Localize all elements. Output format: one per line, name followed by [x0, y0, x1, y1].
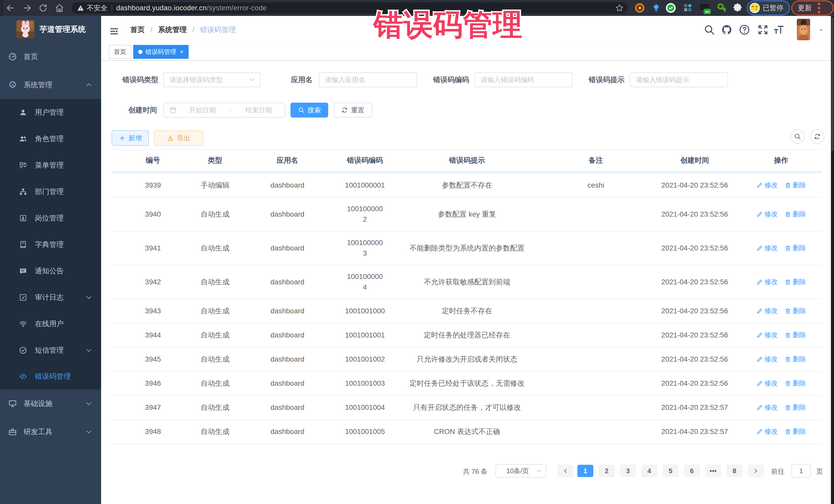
- table-search-toggle-button[interactable]: [790, 129, 805, 144]
- delete-link[interactable]: 删除: [785, 180, 806, 190]
- column-header-1[interactable]: 编号: [112, 155, 194, 166]
- delete-link[interactable]: 删除: [785, 306, 806, 316]
- pagination-ellipsis[interactable]: •••: [705, 465, 721, 477]
- extension-green-circle-icon[interactable]: [666, 3, 676, 13]
- edit-link[interactable]: 修改: [756, 306, 778, 316]
- column-header-7[interactable]: 创建时间: [649, 155, 741, 166]
- tag-home[interactable]: 首页: [109, 45, 131, 59]
- extension-list-on-icon[interactable]: on: [700, 3, 710, 13]
- delete-link[interactable]: 删除: [785, 277, 806, 287]
- sidebar-item-12[interactable]: 短信管理: [0, 337, 101, 364]
- delete-link[interactable]: 删除: [785, 354, 806, 364]
- pagination-page-6[interactable]: 6: [684, 465, 700, 477]
- browser-forward-button[interactable]: [23, 3, 32, 13]
- browser-scrollbar[interactable]: [831, 16, 834, 504]
- pagination-page-4[interactable]: 4: [641, 465, 657, 477]
- sidebar-item-9[interactable]: 通知公告: [0, 258, 101, 284]
- font-size-icon[interactable]: [773, 24, 785, 36]
- delete-link[interactable]: 删除: [785, 427, 806, 437]
- filter-date-range-picker[interactable]: 开始日期 - 结束日期: [163, 103, 285, 117]
- pagination-page-3[interactable]: 3: [620, 465, 636, 477]
- sidebar-item-5[interactable]: 菜单管理: [0, 152, 101, 178]
- edit-link[interactable]: 修改: [756, 427, 778, 437]
- breadcrumb-home[interactable]: 首页: [130, 25, 145, 35]
- breadcrumb-system[interactable]: 系统管理: [158, 25, 187, 35]
- sidebar-item-14[interactable]: 基础设施: [0, 390, 101, 418]
- github-icon[interactable]: [721, 24, 733, 36]
- edit-link[interactable]: 修改: [756, 354, 778, 364]
- pagination-next-button[interactable]: [748, 465, 764, 477]
- reset-button[interactable]: 重置: [334, 103, 372, 117]
- cell-time: 2021-04-20 23:52:56: [649, 354, 741, 365]
- sidebar-item-1[interactable]: 首页: [0, 43, 101, 71]
- pagination-page-5[interactable]: 5: [663, 465, 679, 477]
- sidebar-toggle-hamburger-icon[interactable]: [109, 27, 119, 36]
- column-header-6[interactable]: 备注: [543, 155, 649, 166]
- delete-link[interactable]: 删除: [785, 403, 806, 412]
- filter-type-select[interactable]: 请选择错误码类型: [163, 72, 261, 87]
- edit-link[interactable]: 修改: [756, 180, 778, 190]
- pagination-prev-button[interactable]: [557, 465, 573, 477]
- address-bar[interactable]: 不安全 dashboard.yudao.iocoder.cn/system/er…: [71, 2, 628, 14]
- sidebar-item-6[interactable]: 部门管理: [0, 178, 101, 205]
- table-refresh-button[interactable]: [810, 129, 825, 144]
- browser-reload-button[interactable]: [39, 3, 48, 13]
- sidebar-item-8[interactable]: 字典管理: [0, 231, 101, 258]
- sidebar-item-7[interactable]: 岗位管理: [0, 205, 101, 231]
- fullscreen-icon[interactable]: [757, 24, 769, 36]
- column-header-8[interactable]: 操作: [741, 155, 822, 166]
- edit-link[interactable]: 修改: [756, 277, 778, 287]
- column-header-3[interactable]: 应用名: [236, 155, 339, 166]
- sidebar-item-10[interactable]: 审计日志: [0, 284, 101, 310]
- cell-msg: 参数配置不存在: [391, 180, 543, 191]
- column-header-4[interactable]: 错误码编码: [339, 155, 391, 166]
- sidebar-item-11[interactable]: 在线用户: [0, 310, 101, 337]
- browser-menu-kebab-icon[interactable]: [818, 3, 820, 13]
- scrollbar-thumb[interactable]: [831, 18, 833, 151]
- edit-link[interactable]: 修改: [756, 243, 778, 253]
- extension-grid-icon[interactable]: [683, 3, 693, 13]
- filter-code-input[interactable]: 请输入错误码编码: [475, 72, 573, 87]
- extension-diamond-icon[interactable]: [651, 3, 661, 13]
- sidebar-item-3[interactable]: 用户管理: [0, 99, 101, 126]
- bookmark-star-icon[interactable]: [615, 3, 623, 12]
- pagination-page-8[interactable]: 8: [726, 465, 742, 477]
- help-question-icon[interactable]: [739, 24, 750, 36]
- edit-link[interactable]: 修改: [756, 403, 778, 412]
- tag-error-code[interactable]: 错误码管理 ×: [133, 45, 189, 59]
- browser-update-button[interactable]: 更新: [791, 1, 833, 15]
- pagination-goto-input[interactable]: 1: [791, 464, 811, 478]
- delete-link[interactable]: 删除: [785, 210, 806, 219]
- header-search-icon[interactable]: [703, 24, 715, 36]
- column-header-5[interactable]: 错误码提示: [391, 155, 543, 166]
- page-size-select[interactable]: 10条/页: [496, 464, 546, 478]
- add-button[interactable]: 新增: [112, 130, 149, 146]
- edit-link[interactable]: 修改: [756, 378, 778, 388]
- delete-link[interactable]: 删除: [785, 243, 806, 253]
- tag-close-icon[interactable]: ×: [180, 49, 183, 55]
- extension-puzzle-icon[interactable]: [732, 3, 743, 13]
- edit-link[interactable]: 修改: [756, 210, 778, 219]
- user-avatar[interactable]: [797, 19, 810, 40]
- pagination-page-2[interactable]: 2: [599, 465, 615, 477]
- extension-key-icon[interactable]: [717, 3, 727, 13]
- sidebar-item-13[interactable]: 错误码管理: [0, 364, 101, 390]
- sidebar-logo[interactable]: 芋道管理系统: [0, 16, 101, 43]
- sidebar-item-2[interactable]: 系统管理: [0, 71, 101, 99]
- delete-link[interactable]: 删除: [785, 330, 806, 340]
- export-button[interactable]: 导出: [154, 130, 203, 146]
- filter-msg-input[interactable]: 请输入错误码提示: [630, 72, 728, 87]
- browser-profile-chip[interactable]: 已暂停: [747, 1, 790, 15]
- browser-back-button[interactable]: [6, 3, 15, 13]
- avatar-caret-down-icon[interactable]: [818, 28, 824, 32]
- edit-link[interactable]: 修改: [756, 330, 778, 340]
- pagination-page-1[interactable]: 1: [577, 465, 593, 477]
- sidebar-item-4[interactable]: 角色管理: [0, 126, 101, 152]
- sidebar-item-15[interactable]: 研发工具: [0, 418, 101, 446]
- search-button[interactable]: 搜索: [290, 103, 328, 117]
- delete-link[interactable]: 删除: [785, 378, 806, 388]
- extension-orange-icon[interactable]: [635, 3, 645, 13]
- filter-app-input[interactable]: 请输入应用名: [319, 72, 417, 87]
- browser-home-button[interactable]: [55, 3, 64, 13]
- column-header-2[interactable]: 类型: [194, 155, 236, 166]
